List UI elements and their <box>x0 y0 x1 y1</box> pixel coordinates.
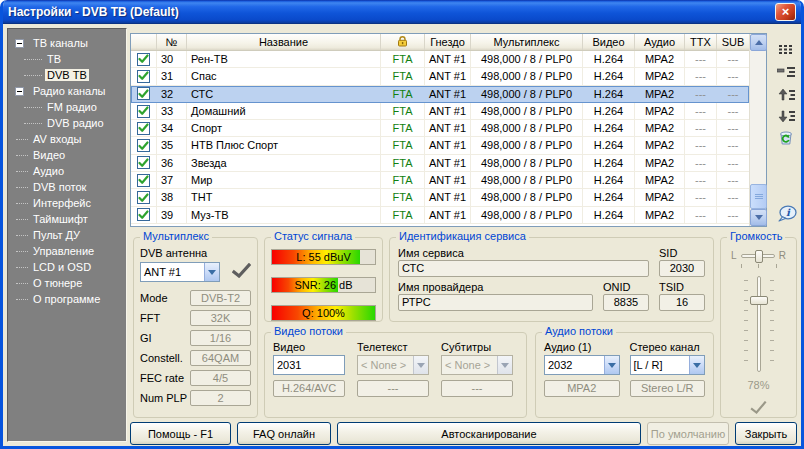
sidebar-item[interactable]: ТВ <box>8 51 126 67</box>
sidebar-item-label: О программе <box>31 293 102 305</box>
channel-ttx: --- <box>685 207 717 224</box>
header-name[interactable]: Название <box>187 34 381 50</box>
subtitles-value: < None > <box>442 356 497 374</box>
footer-button[interactable]: FAQ онлайн <box>237 422 331 445</box>
table-header: № Название Гнездо Мультиплекс Видео Ауди… <box>131 34 749 51</box>
sidebar-item-label: DVB ТВ <box>45 69 89 81</box>
channel-checkbox[interactable] <box>137 87 150 100</box>
table-row[interactable]: 33ДомашнийFTAANT #1498,000 / 8 / PLP0H.2… <box>131 103 749 120</box>
collapse-icon[interactable] <box>15 87 24 96</box>
header-access[interactable] <box>381 34 425 50</box>
stereo-channel-select[interactable]: [L / R] <box>630 355 706 375</box>
channel-multiplex: 498,000 / 8 / PLP0 <box>471 103 583 120</box>
header-checkbox-column[interactable] <box>131 34 157 50</box>
header-video[interactable]: Видео <box>583 34 635 50</box>
table-row[interactable]: 30Рен-ТВFTAANT #1498,000 / 8 / PLP0H.264… <box>131 51 749 68</box>
scroll-down-button[interactable] <box>750 209 767 226</box>
sidebar-item[interactable]: DVB радио <box>8 115 126 131</box>
channel-list-icon[interactable] <box>775 40 797 60</box>
channel-checkbox[interactable] <box>137 174 150 187</box>
sidebar-item[interactable]: AV входы <box>8 131 126 147</box>
sidebar-item[interactable]: Аудио <box>8 163 126 179</box>
header-number[interactable]: № <box>157 34 187 50</box>
footer-button[interactable]: Автосканирование <box>337 422 641 445</box>
chevron-down-icon[interactable] <box>204 263 219 281</box>
signal-bar-label: Q: 100% <box>272 306 375 320</box>
channel-checkbox[interactable] <box>137 105 150 118</box>
teletext-select: < None > <box>357 355 429 375</box>
volume-slider[interactable] <box>737 276 781 372</box>
channel-sub: --- <box>717 207 749 224</box>
channel-ttx: --- <box>685 137 717 154</box>
chevron-down-icon[interactable] <box>689 356 704 374</box>
table-row[interactable]: 39Муз-ТВFTAANT #1498,000 / 8 / PLP0H.264… <box>131 207 749 224</box>
table-row[interactable]: 34СпортFTAANT #1498,000 / 8 / PLP0H.264M… <box>131 120 749 137</box>
arrow-up-icon <box>755 36 763 45</box>
sidebar-item[interactable]: LCD и OSD <box>8 259 126 275</box>
chevron-down-icon[interactable] <box>604 356 619 374</box>
header-socket[interactable]: Гнездо <box>425 34 471 50</box>
table-row[interactable]: 36ЗвездаFTAANT #1498,000 / 8 / PLP0H.264… <box>131 155 749 172</box>
sidebar-item[interactable]: Видео <box>8 147 126 163</box>
channel-access: FTA <box>381 86 425 103</box>
audio-pid-select[interactable]: 2032 <box>544 355 620 375</box>
param-label: Num PLP <box>140 392 190 404</box>
close-button[interactable]: × <box>775 3 796 21</box>
header-sub[interactable]: SUB <box>717 34 749 50</box>
channel-video-codec: H.264 <box>583 189 635 206</box>
checkmark-apply-icon[interactable] <box>232 263 251 282</box>
sidebar-item[interactable]: FM радио <box>8 99 126 115</box>
channel-socket: ANT #1 <box>425 172 471 189</box>
antenna-select[interactable]: ANT #1 <box>140 262 220 282</box>
sidebar-item[interactable]: О программе <box>8 291 126 307</box>
channel-socket: ANT #1 <box>425 155 471 172</box>
move-down-icon[interactable] <box>775 106 797 126</box>
sidebar-item[interactable]: ТВ каналы <box>8 35 126 51</box>
channel-checkbox[interactable] <box>137 122 150 135</box>
video-pid-input[interactable]: 2031 <box>273 355 345 375</box>
move-up-icon[interactable] <box>775 84 797 104</box>
sidebar-item[interactable]: DVB поток <box>8 179 126 195</box>
table-scrollbar[interactable] <box>749 34 766 226</box>
header-multiplex[interactable]: Мультиплекс <box>471 34 583 50</box>
sidebar-item[interactable]: Таймшифт <box>8 211 126 227</box>
table-row[interactable]: 31СпасFTAANT #1498,000 / 8 / PLP0H.264MP… <box>131 68 749 85</box>
channel-checkbox[interactable] <box>137 191 150 204</box>
sidebar-item[interactable]: Управление <box>8 243 126 259</box>
table-row[interactable]: 35НТВ Плюс СпортFTAANT #1498,000 / 8 / P… <box>131 137 749 154</box>
channel-checkbox[interactable] <box>137 70 150 83</box>
collapse-icon[interactable] <box>15 39 24 48</box>
table-row[interactable]: 37МирFTAANT #1498,000 / 8 / PLP0H.264MPA… <box>131 172 749 189</box>
scroll-up-button[interactable] <box>750 34 767 51</box>
header-audio[interactable]: Аудио <box>635 34 685 50</box>
scrollbar-thumb[interactable] <box>750 184 767 209</box>
header-ttx[interactable]: TTX <box>685 34 717 50</box>
info-icon[interactable]: i <box>775 204 797 224</box>
footer-button[interactable]: Закрыть <box>735 422 797 445</box>
channel-checkbox[interactable] <box>137 53 150 66</box>
volume-slider-thumb[interactable] <box>750 296 768 305</box>
param-label: Mode <box>140 292 190 304</box>
sidebar-item[interactable]: Пульт ДУ <box>8 227 126 243</box>
channel-checkbox[interactable] <box>137 156 150 169</box>
volume-slider-track[interactable] <box>757 276 761 372</box>
channel-checkbox[interactable] <box>137 208 150 221</box>
sid-field: 2030 <box>659 260 705 277</box>
sidebar-item[interactable]: Радио каналы <box>8 83 126 99</box>
sidebar-item[interactable]: DVB ТВ <box>8 67 126 83</box>
channel-checkbox[interactable] <box>137 139 150 152</box>
channel-name: Спорт <box>187 120 381 137</box>
sidebar-item-label: DVB радио <box>45 117 106 129</box>
sidebar-item-label: О тюнере <box>31 277 84 289</box>
balance-slider[interactable] <box>741 254 775 258</box>
table-row[interactable]: 32СТСFTAANT #1498,000 / 8 / PLP0H.264MPA… <box>131 86 749 103</box>
volume-check-icon[interactable] <box>750 400 767 418</box>
sidebar-item[interactable]: Интерфейс <box>8 195 126 211</box>
remove-channel-icon[interactable] <box>775 62 797 82</box>
table-row[interactable]: 38ТНТFTAANT #1498,000 / 8 / PLP0H.264MPA… <box>131 189 749 206</box>
recycle-bin-icon[interactable] <box>775 127 797 147</box>
sidebar-item[interactable]: О тюнере <box>8 275 126 291</box>
footer-button[interactable]: Помощь - F1 <box>130 422 231 445</box>
channel-number: 35 <box>157 137 187 154</box>
balance-slider-thumb[interactable] <box>755 250 763 263</box>
